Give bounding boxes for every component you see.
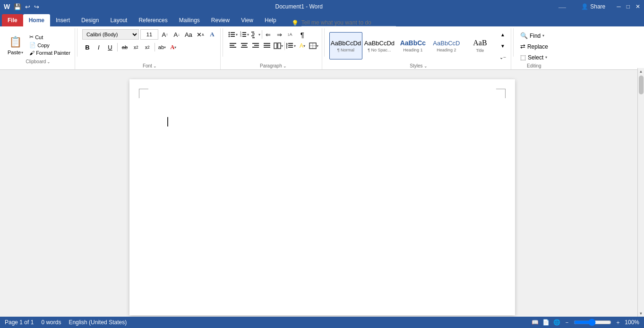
justify-button[interactable] bbox=[262, 41, 272, 51]
grow-font-button[interactable]: A↑ bbox=[160, 29, 170, 40]
help-search-area[interactable] bbox=[558, 6, 566, 8]
decrease-indent-button[interactable]: ⇐ bbox=[263, 29, 274, 40]
multilevel-list-button[interactable]: ▾ bbox=[250, 29, 261, 40]
style-h1-preview: AaBbCc bbox=[400, 39, 426, 47]
zoom-in-button[interactable]: ＋ bbox=[615, 319, 621, 319]
paste-button[interactable]: 📋 Paste ▾ bbox=[5, 34, 26, 56]
svg-rect-23 bbox=[241, 47, 248, 48]
styles-more-button[interactable]: ⌄─ bbox=[498, 52, 508, 62]
style-item-heading1[interactable]: AaBbCc Heading 1 bbox=[396, 32, 429, 59]
font-color-button[interactable]: A ▾ bbox=[168, 42, 179, 52]
zoom-out-button[interactable]: － bbox=[564, 319, 570, 319]
title-bar: W 💾 ↩ ↪ Document1 - Word 👤 Share ─ □ ✕ bbox=[0, 0, 644, 13]
clipboard-expand-icon[interactable]: ⌄ bbox=[47, 59, 51, 64]
find-icon: 🔍 bbox=[520, 32, 528, 39]
document-page[interactable] bbox=[129, 79, 515, 315]
quick-access-undo[interactable]: ↩ bbox=[25, 3, 30, 10]
quick-access-redo[interactable]: ↪ bbox=[34, 3, 39, 10]
clear-format-button[interactable]: ✕A bbox=[195, 29, 206, 40]
svg-point-0 bbox=[228, 32, 230, 34]
align-center-button[interactable] bbox=[239, 41, 249, 51]
share-button[interactable]: 👤 Share bbox=[581, 3, 605, 10]
document-area[interactable] bbox=[0, 70, 644, 319]
tell-me-area[interactable]: 💡 bbox=[282, 19, 644, 26]
line-spacing-button[interactable]: ▾ bbox=[286, 41, 296, 51]
italic-button[interactable]: I bbox=[94, 42, 104, 52]
shading-button[interactable]: A ▾ bbox=[297, 41, 308, 51]
paste-dropdown-arrow[interactable]: ▾ bbox=[21, 50, 23, 55]
scroll-thumb[interactable] bbox=[639, 76, 644, 94]
align-right-button[interactable] bbox=[250, 41, 261, 51]
highlight-color-button[interactable]: ab ▾ bbox=[157, 42, 167, 52]
select-button[interactable]: ⬚ Select ▾ bbox=[518, 53, 550, 62]
tab-help[interactable]: Help bbox=[259, 14, 282, 26]
show-formatting-button[interactable]: ¶ bbox=[297, 29, 308, 40]
text-effects-button[interactable]: A bbox=[207, 29, 217, 40]
styles-expand-icon[interactable]: ⌄ bbox=[424, 64, 428, 68]
numbering-button[interactable]: 1.2.3. ▾ bbox=[239, 29, 249, 40]
divider-4 bbox=[513, 28, 514, 57]
font-name-select[interactable]: Calibri (Body) bbox=[82, 29, 139, 40]
sort-button[interactable]: ↕A bbox=[286, 29, 296, 40]
tab-home[interactable]: Home bbox=[23, 14, 50, 26]
tab-view[interactable]: View bbox=[235, 14, 259, 26]
scroll-up-arrow[interactable]: ▲ bbox=[638, 68, 644, 75]
paragraph-expand-icon[interactable]: ⌄ bbox=[283, 64, 287, 68]
shading-dropdown[interactable]: ▾ bbox=[303, 44, 305, 48]
minimize-button[interactable]: ─ bbox=[617, 3, 621, 10]
increase-indent-button[interactable]: ⇒ bbox=[275, 29, 285, 40]
svg-rect-18 bbox=[230, 45, 234, 46]
tab-review[interactable]: Review bbox=[206, 14, 235, 26]
line-spacing-dropdown[interactable]: ▾ bbox=[294, 44, 296, 48]
replace-button[interactable]: ⇄ Replace bbox=[518, 42, 550, 51]
tab-design[interactable]: Design bbox=[76, 14, 104, 26]
change-case-button[interactable]: Aa bbox=[183, 29, 194, 40]
svg-rect-11 bbox=[242, 36, 246, 37]
select-dropdown[interactable]: ▾ bbox=[545, 55, 547, 59]
document-title: Document1 - Word bbox=[39, 3, 558, 10]
quick-access-save[interactable]: 💾 bbox=[14, 3, 21, 10]
tab-insert[interactable]: Insert bbox=[50, 14, 76, 26]
superscript-button[interactable]: x2 bbox=[142, 42, 153, 52]
styles-scroll-down[interactable]: ▼ bbox=[498, 41, 508, 51]
style-item-normal[interactable]: AaBbCcDd ¶ Normal bbox=[329, 32, 362, 59]
bullets-dropdown[interactable]: ▾ bbox=[236, 33, 238, 37]
numbering-dropdown[interactable]: ▾ bbox=[247, 33, 249, 37]
multilevel-dropdown[interactable]: ▾ bbox=[258, 33, 260, 37]
columns-dropdown[interactable]: ▾ bbox=[281, 44, 283, 48]
highlight-dropdown[interactable]: ▾ bbox=[164, 45, 166, 50]
maximize-button[interactable]: □ bbox=[627, 3, 630, 10]
svg-rect-15 bbox=[252, 37, 255, 38]
style-item-title[interactable]: AaB Title bbox=[464, 32, 497, 59]
borders-button[interactable]: ▾ bbox=[309, 41, 319, 51]
find-dropdown[interactable]: ▾ bbox=[542, 34, 544, 38]
font-size-input[interactable] bbox=[140, 29, 158, 40]
format-painter-button[interactable]: 🖌 Format Painter bbox=[28, 50, 72, 56]
tab-file[interactable]: File bbox=[2, 14, 23, 26]
font-expand-icon[interactable]: ⌄ bbox=[153, 64, 157, 68]
copy-button[interactable]: 📄 Copy bbox=[28, 42, 72, 49]
scroll-down-arrow[interactable]: ▼ bbox=[638, 310, 644, 317]
subscript-button[interactable]: x2 bbox=[131, 42, 141, 52]
bold-button[interactable]: B bbox=[82, 42, 93, 52]
tab-mailings[interactable]: Mailings bbox=[173, 14, 206, 26]
cut-button[interactable]: ✂ Cut bbox=[28, 34, 72, 41]
tab-layout[interactable]: Layout bbox=[104, 14, 133, 26]
tab-references[interactable]: References bbox=[133, 14, 173, 26]
align-left-button[interactable] bbox=[228, 41, 238, 51]
underline-button[interactable]: U bbox=[105, 42, 115, 52]
tell-me-input[interactable] bbox=[301, 19, 396, 26]
shrink-font-button[interactable]: A↓ bbox=[172, 29, 182, 40]
font-color-dropdown[interactable]: ▾ bbox=[174, 45, 176, 50]
bullets-button[interactable]: ▾ bbox=[228, 29, 238, 40]
find-button[interactable]: 🔍 Find ▾ bbox=[518, 31, 550, 40]
format-divider bbox=[117, 43, 118, 51]
borders-dropdown[interactable]: ▾ bbox=[317, 44, 318, 48]
strikethrough-button[interactable]: ab bbox=[120, 42, 130, 52]
style-item-heading2[interactable]: AaBbCcD Heading 2 bbox=[430, 32, 463, 59]
style-item-no-spacing[interactable]: AaBbCcDd ¶ No Spac... bbox=[363, 32, 396, 59]
close-button[interactable]: ✕ bbox=[635, 3, 640, 10]
columns-button[interactable]: ▾ bbox=[273, 41, 283, 51]
styles-scroll-up[interactable]: ▲ bbox=[498, 29, 508, 40]
scrollbar-right[interactable]: ▲ ▼ bbox=[637, 68, 644, 317]
